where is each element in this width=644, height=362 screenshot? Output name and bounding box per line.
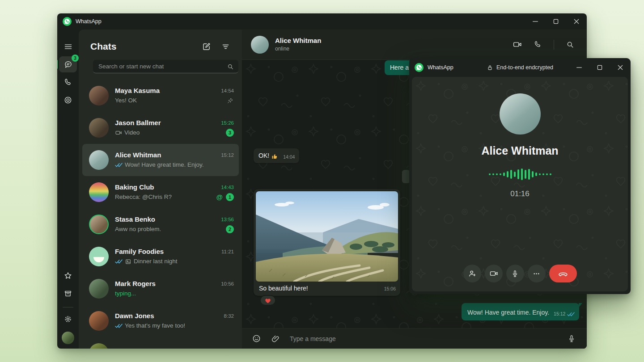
nav-chats[interactable]: 3 <box>59 56 77 72</box>
nav-status[interactable] <box>59 92 77 108</box>
photo-icon <box>125 258 131 265</box>
chat-row-ziggy-woodley[interactable]: Ziggy Woodley 8:12 <box>79 337 242 349</box>
thumbs-up-emoji <box>271 153 278 160</box>
chat-name: Baking Club <box>115 183 212 192</box>
message-time: 15:06 <box>384 286 396 292</box>
chat-time: 15:26 <box>221 118 234 127</box>
chat-preview: Wow! Have great time. Enjoy. <box>125 160 204 169</box>
star-icon <box>64 271 72 280</box>
end-call-icon <box>558 268 568 279</box>
photo-attachment[interactable] <box>256 191 398 282</box>
avatar <box>89 343 109 349</box>
message-incoming-ok[interactable]: OK! 14:04 <box>254 148 299 163</box>
read-ticks-icon <box>115 163 123 168</box>
heart-reaction[interactable] <box>260 295 276 306</box>
chat-row-baking-club[interactable]: Baking Club Rebecca: @Chris R? 14:43 @ 1 <box>79 176 242 208</box>
chats-title: Chats <box>90 41 116 52</box>
maximize-button[interactable] <box>546 13 566 29</box>
titlebar: WhatsApp <box>57 13 587 29</box>
call-duration: 01:16 <box>510 189 530 198</box>
more-options-button[interactable] <box>528 265 546 282</box>
menu-button[interactable] <box>59 38 77 55</box>
call-controls <box>412 265 628 282</box>
chat-time: 8:32 <box>224 311 234 320</box>
toggle-mic-button[interactable] <box>506 265 524 282</box>
nav-starred[interactable] <box>59 268 77 284</box>
video-call-button[interactable] <box>513 40 522 49</box>
mic-icon <box>511 269 519 278</box>
chat-row-maya-kasuma[interactable]: Maya Kasuma Yes! OK 14:54 <box>79 80 242 112</box>
chat-row-stasa-benko[interactable]: Stasa Benko Aww no problem. 13:56 2 <box>79 208 242 240</box>
message-composer <box>242 328 587 349</box>
chat-preview: Rebecca: @Chris R? <box>115 193 172 202</box>
chat-time: 11:21 <box>221 247 234 256</box>
chat-row-jason-ballmer[interactable]: Jason Ballmer Video 15:26 3 <box>79 112 242 144</box>
presence-status: online <box>275 45 321 53</box>
minimize-button[interactable] <box>525 13 546 29</box>
message-input[interactable] <box>290 335 560 342</box>
chat-name: Family Foodies <box>115 247 217 256</box>
chat-row-mark-rogers[interactable]: Mark Rogers typing... 10:56 <box>79 273 242 305</box>
search-icon <box>227 63 234 70</box>
hamburger-icon <box>64 42 73 51</box>
nav-calls[interactable] <box>59 74 77 90</box>
chat-time: 14:43 <box>221 183 234 192</box>
new-chat-button[interactable] <box>202 42 211 51</box>
conversation-header[interactable]: Alice Whitman online <box>242 29 587 60</box>
voice-message-button[interactable] <box>567 334 576 343</box>
call-surface: Alice Whitman 01:16 <box>412 77 628 291</box>
whatsapp-logo-icon <box>63 17 72 26</box>
chat-row-alice-whitman[interactable]: Alice Whitman Wow! Have great time. Enjo… <box>82 144 239 176</box>
chat-name: Alice Whitman <box>115 151 216 160</box>
chat-time: 14:54 <box>221 86 234 95</box>
call-minimize-button[interactable] <box>569 59 589 76</box>
call-contact-avatar <box>500 93 541 135</box>
chat-row-family-foodies[interactable]: Family Foodies Dinner last night 11:21 <box>79 240 242 273</box>
add-participant-button[interactable] <box>463 265 481 282</box>
attach-file-button[interactable] <box>271 334 280 343</box>
call-close-button[interactable] <box>610 59 631 76</box>
unread-badge: 2 <box>226 225 234 233</box>
mention-icon: @ <box>216 194 223 201</box>
voice-call-button[interactable] <box>534 40 542 49</box>
emoji-picker-button[interactable] <box>252 334 261 343</box>
chat-search-box[interactable] <box>93 60 238 73</box>
chat-search-input[interactable] <box>98 63 227 70</box>
filter-chats-button[interactable] <box>221 42 230 51</box>
avatar <box>89 86 109 105</box>
chat-time: 15:12 <box>221 151 234 160</box>
close-button[interactable] <box>566 13 587 29</box>
nav-archived[interactable] <box>59 286 77 302</box>
avatar <box>89 279 109 299</box>
call-maximize-button[interactable] <box>589 59 610 76</box>
call-titlebar: WhatsApp End-to-end endcrypted <box>409 58 631 77</box>
chat-preview: Yes! OK <box>115 96 137 105</box>
message-time: 15:12 <box>554 311 565 317</box>
profile-avatar[interactable] <box>62 332 74 344</box>
chats-unread-badge: 3 <box>72 55 79 62</box>
chat-preview: Video <box>124 128 140 137</box>
toggle-video-button[interactable] <box>485 265 503 282</box>
video-call-icon <box>115 129 122 136</box>
read-ticks-icon <box>115 259 123 264</box>
nav-settings[interactable] <box>59 311 77 327</box>
voice-waveform <box>489 168 551 181</box>
end-call-button[interactable] <box>549 265 577 282</box>
chat-preview: Yes that's my fave too! <box>125 321 185 330</box>
chat-preview: Aww no problem. <box>115 225 161 234</box>
heart-emoji <box>265 298 271 303</box>
avatar <box>89 118 109 138</box>
search-in-chat-button[interactable] <box>566 40 574 49</box>
unread-badge: 3 <box>226 129 234 137</box>
contact-avatar <box>251 36 269 54</box>
message-outgoing-wow[interactable]: Wow! Have great time. Enjoy. 15:12 <box>462 303 579 320</box>
message-incoming-photo[interactable]: So beautiful here! 15:06 <box>254 189 400 296</box>
chat-time: 13:56 <box>221 215 234 224</box>
header-divider <box>554 40 554 50</box>
message-time: 14:04 <box>283 154 295 160</box>
read-ticks-icon <box>115 324 123 328</box>
chat-row-dawn-jones[interactable]: Dawn Jones Yes that's my fave too! 8:32 <box>79 305 242 337</box>
more-dots-icon <box>532 269 541 278</box>
chat-name: Jason Ballmer <box>115 118 216 127</box>
lock-icon <box>487 64 493 71</box>
